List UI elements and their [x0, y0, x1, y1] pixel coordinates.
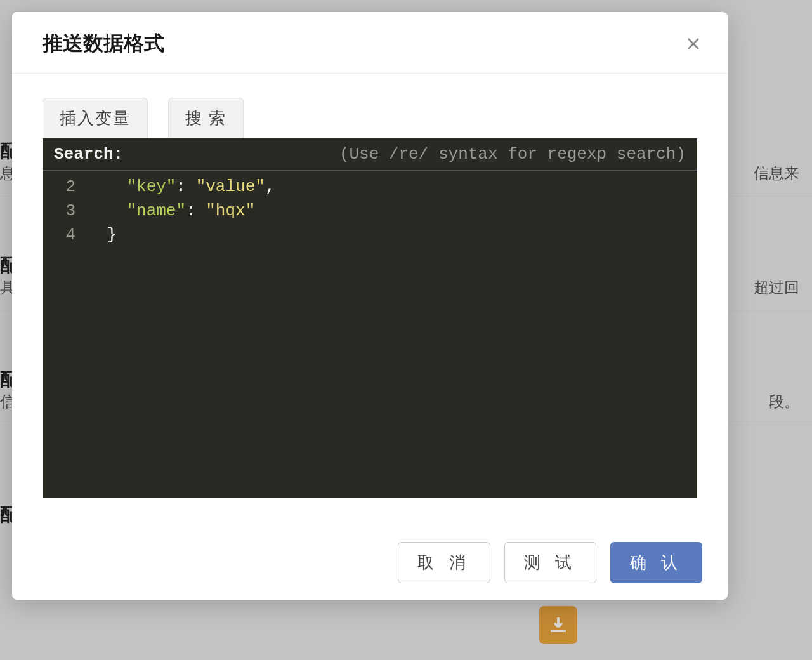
- cancel-button[interactable]: 取 消: [398, 542, 490, 583]
- line-gutter: 2 3 4: [43, 171, 83, 498]
- search-input[interactable]: [132, 145, 246, 164]
- confirm-button[interactable]: 确 认: [610, 542, 702, 583]
- close-icon: [686, 37, 700, 51]
- code-lines[interactable]: "key": "value", "name": "hqx" }: [83, 171, 697, 498]
- line-number: 3: [43, 199, 75, 223]
- search-hint: (Use /re/ syntax for regexp search): [339, 145, 686, 164]
- code-line: "key": "value",: [87, 175, 697, 199]
- tab-insert-variable[interactable]: 插入变量: [43, 98, 148, 138]
- editor-search-bar: Search: (Use /re/ syntax for regexp sear…: [43, 138, 697, 171]
- modal-body: 插入变量 搜 索 Search: (Use /re/ syntax for re…: [12, 74, 728, 528]
- tab-search[interactable]: 搜 索: [168, 98, 244, 138]
- modal-header: 推送数据格式: [12, 12, 728, 74]
- code-area[interactable]: 2 3 4 "key": "value", "name": "hqx" }: [43, 171, 697, 498]
- code-editor[interactable]: Search: (Use /re/ syntax for regexp sear…: [43, 138, 697, 498]
- code-line: }: [87, 223, 697, 247]
- line-number: 2: [43, 175, 75, 199]
- test-button[interactable]: 测 试: [504, 542, 596, 583]
- search-label: Search:: [54, 145, 123, 164]
- line-number: 4: [43, 223, 75, 247]
- editor-tabs: 插入变量 搜 索: [43, 98, 697, 138]
- modal-footer: 取 消 测 试 确 认: [12, 528, 728, 600]
- code-line: "name": "hqx": [87, 199, 697, 223]
- close-button[interactable]: [682, 32, 705, 55]
- modal-title: 推送数据格式: [43, 30, 164, 58]
- push-data-format-modal: 推送数据格式 插入变量 搜 索 Search: (Use /re/ syntax…: [12, 12, 728, 600]
